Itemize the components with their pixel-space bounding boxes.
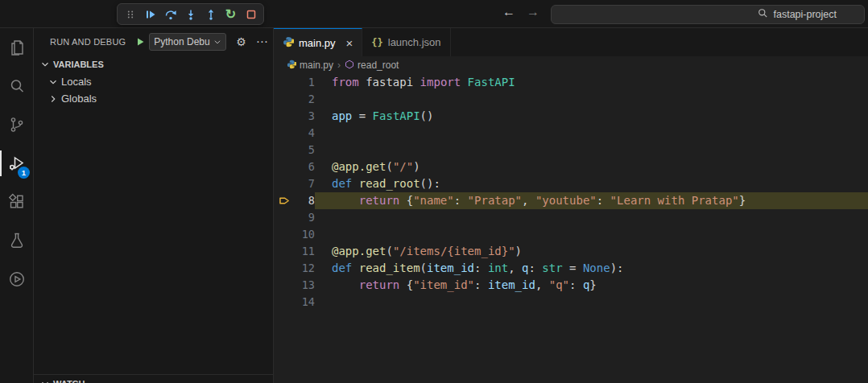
- line-number[interactable]: 8: [295, 192, 315, 209]
- code-line-2[interactable]: 2: [274, 91, 868, 108]
- debug-current-line-arrow-icon[interactable]: [274, 192, 295, 209]
- source-control-icon[interactable]: [0, 105, 33, 144]
- explorer-icon[interactable]: [0, 28, 33, 67]
- line-content[interactable]: def read_root():: [315, 175, 868, 192]
- restart-button[interactable]: ↻: [221, 6, 240, 23]
- line-content[interactable]: [315, 209, 868, 226]
- line-content[interactable]: @app.get("/items/{item_id}"): [315, 243, 868, 260]
- chevron-down-icon: [47, 76, 60, 89]
- breakpoint-gutter[interactable]: [274, 260, 295, 277]
- line-number[interactable]: 2: [295, 91, 315, 108]
- breadcrumb-file-label: main.py: [300, 60, 333, 71]
- breakpoint-gutter[interactable]: [274, 175, 295, 192]
- debug-config-dropdown[interactable]: Python Debu: [149, 33, 226, 51]
- breakpoint-gutter[interactable]: [274, 142, 295, 159]
- tab-label: launch.json: [388, 36, 441, 48]
- start-debugging-button[interactable]: [135, 37, 145, 47]
- code-line-13[interactable]: 13 return {"item_id": item_id, "q": q}: [274, 277, 868, 294]
- watch-section-header[interactable]: WATCH: [34, 374, 273, 383]
- breadcrumb-file[interactable]: main.py: [287, 60, 333, 72]
- breakpoint-gutter[interactable]: [274, 159, 295, 175]
- code-line-8[interactable]: 8 return {"name": "Pratap", "youtube": "…: [274, 192, 868, 209]
- line-number[interactable]: 12: [295, 260, 315, 277]
- code-line-4[interactable]: 4: [274, 125, 868, 142]
- code-token: :: [474, 278, 488, 291]
- line-content[interactable]: [315, 125, 868, 142]
- variables-section-header[interactable]: VARIABLES: [34, 56, 273, 73]
- code-line-10[interactable]: 10: [274, 226, 868, 243]
- more-actions-icon[interactable]: ⋯: [256, 35, 269, 49]
- line-number[interactable]: 7: [295, 175, 315, 192]
- code-line-3[interactable]: 3app = FastAPI(): [274, 108, 868, 125]
- line-number[interactable]: 6: [295, 159, 315, 175]
- close-icon[interactable]: ×: [346, 37, 353, 49]
- code-token: @app.get: [332, 245, 386, 257]
- breakpoint-gutter[interactable]: [274, 74, 295, 91]
- step-over-button[interactable]: [161, 6, 180, 23]
- toolbar-drag-gripper-icon[interactable]: [121, 6, 139, 23]
- breakpoint-gutter[interactable]: [274, 209, 295, 226]
- line-number[interactable]: 5: [295, 142, 315, 159]
- line-content[interactable]: return {"item_id": item_id, "q": q}: [315, 277, 868, 294]
- line-number[interactable]: 10: [295, 226, 315, 243]
- code-line-9[interactable]: 9: [274, 209, 868, 226]
- play-circle-icon[interactable]: [0, 260, 33, 299]
- code-line-7[interactable]: 7def read_root():: [274, 175, 868, 192]
- code-line-1[interactable]: 1from fastapi import FastAPI: [274, 74, 868, 91]
- line-number[interactable]: 14: [295, 294, 315, 311]
- line-content[interactable]: from fastapi import FastAPI: [315, 74, 868, 91]
- tab-launch-json[interactable]: {} launch.json: [362, 28, 450, 56]
- code-line-11[interactable]: 11@app.get("/items/{item_id}"): [274, 243, 868, 260]
- extensions-icon[interactable]: [0, 183, 33, 221]
- run-and-debug-icon[interactable]: 1: [0, 144, 33, 183]
- code-line-14[interactable]: 14: [274, 294, 868, 311]
- step-out-button[interactable]: [201, 6, 220, 23]
- step-into-button[interactable]: [181, 6, 200, 23]
- sidebar-header: RUN AND DEBUG Python Debu ⚙ ⋯: [34, 28, 273, 56]
- line-number[interactable]: 3: [295, 108, 315, 125]
- code-token: "Pratap": [468, 194, 522, 207]
- code-token: def: [332, 177, 359, 190]
- breakpoint-gutter[interactable]: [274, 294, 295, 311]
- code-line-6[interactable]: 6@app.get("/"): [274, 159, 868, 175]
- code-line-5[interactable]: 5: [274, 142, 868, 159]
- vscode-window: ↻ ← → fastapi-project: [0, 0, 868, 383]
- line-content[interactable]: [315, 226, 868, 243]
- search-project-label: fastapi-project: [773, 9, 837, 20]
- code-area[interactable]: 1from fastapi import FastAPI23app = Fast…: [274, 74, 868, 383]
- breakpoint-gutter[interactable]: [274, 277, 295, 294]
- forward-arrow-button[interactable]: →: [527, 5, 539, 19]
- variables-scope-locals[interactable]: Locals: [34, 73, 273, 90]
- line-content[interactable]: [315, 294, 868, 311]
- breakpoint-gutter[interactable]: [274, 108, 295, 125]
- breadcrumb-symbol[interactable]: read_root: [345, 60, 399, 72]
- line-content[interactable]: return {"name": "Pratap", "youtube": "Le…: [315, 192, 868, 209]
- breakpoint-gutter[interactable]: [274, 91, 295, 108]
- line-content[interactable]: def read_item(item_id: int, q: str = Non…: [315, 260, 868, 277]
- stop-button[interactable]: [242, 6, 260, 23]
- testing-icon[interactable]: [0, 221, 33, 260]
- variables-scope-globals[interactable]: Globals: [34, 90, 273, 107]
- continue-button[interactable]: [141, 6, 159, 23]
- line-content[interactable]: [315, 91, 868, 108]
- gear-icon[interactable]: ⚙: [236, 35, 246, 48]
- code-line-12[interactable]: 12def read_item(item_id: int, q: str = N…: [274, 260, 868, 277]
- search-view-icon[interactable]: [0, 67, 33, 105]
- tab-main-py[interactable]: main.py ×: [274, 28, 362, 56]
- line-content[interactable]: [315, 142, 868, 159]
- back-arrow-button[interactable]: ←: [502, 5, 515, 19]
- locals-label: Locals: [61, 76, 92, 88]
- line-number[interactable]: 13: [295, 277, 315, 294]
- breakpoint-gutter[interactable]: [274, 243, 295, 260]
- breakpoint-gutter[interactable]: [274, 125, 295, 142]
- line-number[interactable]: 9: [295, 209, 315, 226]
- line-number[interactable]: 1: [295, 74, 315, 91]
- code-token: }: [739, 194, 746, 207]
- code-token: "item_id": [413, 278, 474, 291]
- line-number[interactable]: 11: [295, 243, 315, 260]
- line-content[interactable]: app = FastAPI(): [315, 108, 868, 125]
- line-content[interactable]: @app.get("/"): [315, 159, 868, 175]
- command-center-search[interactable]: fastapi-project: [551, 5, 865, 24]
- line-number[interactable]: 4: [295, 125, 315, 142]
- breakpoint-gutter[interactable]: [274, 226, 295, 243]
